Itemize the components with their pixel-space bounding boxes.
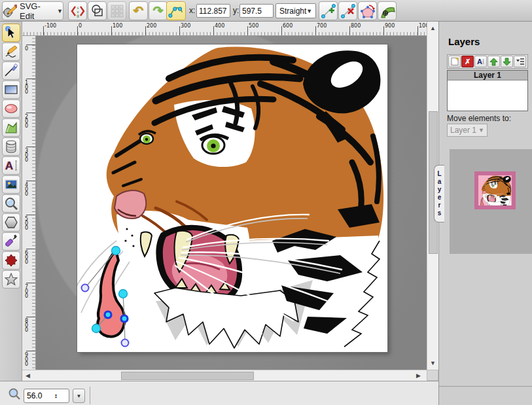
scroll-left-arrow[interactable]: ◀ [26, 373, 30, 379]
tool-select[interactable] [2, 24, 20, 42]
tool-rectangle[interactable] [2, 80, 20, 99]
panel-divider [439, 386, 532, 387]
tool-pencil[interactable] [2, 43, 20, 61]
status-bar: ▲▼ ▼ [0, 381, 438, 405]
ruler-label: 100 [113, 23, 122, 29]
redo-button[interactable]: ↷ [149, 1, 168, 20]
undo-button[interactable]: ↶ [129, 1, 148, 20]
tool-zoom[interactable] [2, 194, 20, 213]
move-layer-down-button[interactable] [501, 56, 513, 67]
main-menu-button[interactable]: SVG-Edit ▼ [2, 1, 63, 20]
move-elements-caret: ▼ [478, 127, 484, 133]
move-layer-up-button[interactable] [488, 56, 500, 67]
redo-icon: ↷ [153, 5, 164, 17]
ruler-label: 900 [24, 352, 29, 366]
horizontal-ruler: -10001002003004005006007008009001000 [22, 22, 427, 36]
svg-edit-window: SVG-Edit ▼ s v g [0, 0, 532, 405]
delete-layer-button[interactable]: ✗ [461, 56, 474, 67]
ruler-label: 0 [24, 46, 29, 50]
zoom-tool-icon [4, 196, 18, 211]
tool-eyedropper[interactable] [2, 232, 20, 251]
rename-layer-button[interactable]: AI [474, 56, 487, 67]
delete-layer-icon: ✗ [465, 58, 470, 65]
insert-node-button[interactable] [319, 1, 338, 20]
x-coordinate-input[interactable] [196, 4, 230, 18]
svg-edit-logo-icon [3, 4, 17, 18]
ruler-label: 800 [24, 318, 29, 332]
tool-path[interactable] [2, 118, 20, 137]
svg-canvas[interactable] [77, 44, 387, 352]
wireframe-button[interactable] [88, 1, 107, 20]
open-path-button[interactable] [358, 1, 377, 20]
thumbnail-image [478, 175, 512, 205]
ruler-label: 1000 [419, 23, 427, 29]
layer-menu-button[interactable] [514, 56, 526, 67]
new-layer-button[interactable] [448, 56, 461, 67]
ruler-label: 400 [215, 23, 224, 29]
delete-node-button[interactable] [338, 1, 357, 20]
ellipse-tool-icon [4, 101, 18, 116]
drawing-workspace[interactable] [36, 36, 427, 370]
main-menu-label: SVG-Edit [20, 1, 54, 21]
scrollbar-corner [427, 370, 438, 381]
horizontal-scrollbar[interactable]: ◀ ▶ [22, 370, 427, 381]
red-ornament-icon [4, 253, 18, 268]
scroll-down-arrow[interactable]: ▼ [430, 361, 436, 366]
wireframe-icon [90, 4, 105, 18]
zoom-level-input[interactable] [24, 391, 53, 400]
tool-clipart-library[interactable] [2, 251, 20, 270]
zoom-spinner[interactable]: ▲▼ [54, 393, 58, 398]
zoom-dropdown-caret: ▼ [77, 393, 82, 399]
ruler-label: 300 [24, 148, 29, 162]
zoom-status-icon [8, 387, 21, 400]
tool-image[interactable] [2, 175, 20, 194]
add-subpath-icon [380, 3, 395, 19]
ruler-label: 200 [147, 23, 156, 29]
layer-menu-icon [516, 58, 525, 65]
layers-side-tab[interactable]: Layers [434, 165, 444, 222]
layer-list-header[interactable]: Layer 1 [448, 71, 527, 80]
ruler-label: -100 [44, 23, 56, 29]
tool-text[interactable]: A [2, 156, 20, 175]
segment-type-select[interactable]: Straight ▼ [275, 3, 316, 18]
tool-star[interactable] [2, 270, 20, 289]
source-code-button[interactable]: s v g [68, 1, 87, 20]
horizontal-scroll-thumb[interactable] [121, 372, 254, 380]
scroll-up-arrow[interactable]: ▲ [430, 26, 436, 31]
ruler-label: 200 [24, 114, 29, 128]
zoom-preset-dropdown[interactable]: ▼ [73, 389, 85, 403]
statusbar-divider [90, 387, 90, 404]
ruler-label: 0 [79, 23, 82, 29]
rectangle-tool-icon [4, 82, 18, 97]
move-elements-value: Layer 1 [450, 126, 476, 135]
cylinder-icon [4, 139, 18, 154]
layer-toolbar: ✗ AI [447, 54, 528, 69]
line-tool-icon [4, 63, 18, 78]
tool-shape-library[interactable] [2, 137, 20, 156]
star-icon [4, 272, 18, 287]
tool-line[interactable] [2, 62, 20, 80]
add-subpath-button[interactable] [378, 1, 397, 20]
layers-panel-title: Layers [448, 36, 480, 47]
tool-polygon[interactable] [2, 213, 20, 232]
layer-list[interactable]: Layer 1 [447, 70, 528, 111]
tool-ellipse[interactable] [2, 99, 20, 118]
layer-down-icon [503, 58, 511, 66]
move-elements-select[interactable]: Layer 1 ▼ [447, 124, 488, 137]
ruler-label: 800 [351, 23, 361, 29]
y-coordinate-input[interactable] [239, 4, 274, 18]
main-menu-caret: ▼ [57, 8, 63, 14]
y-coordinate-label: y: [233, 6, 239, 15]
scroll-right-arrow[interactable]: ▶ [416, 373, 421, 379]
layers-side-tab-label: Layers [436, 170, 443, 217]
move-elements-label: Move elements to: [447, 114, 511, 123]
grid-button[interactable] [107, 1, 126, 20]
source-code-icon: s v g [71, 4, 85, 18]
x-coordinate-label: x: [189, 6, 195, 15]
ruler-label: 600 [24, 250, 29, 264]
ruler-label: 700 [317, 23, 327, 29]
svg-text:A: A [5, 160, 13, 172]
segment-type-caret: ▼ [306, 8, 312, 14]
canvas-thumbnail[interactable] [474, 171, 516, 209]
link-control-points-toggle[interactable] [166, 1, 186, 20]
